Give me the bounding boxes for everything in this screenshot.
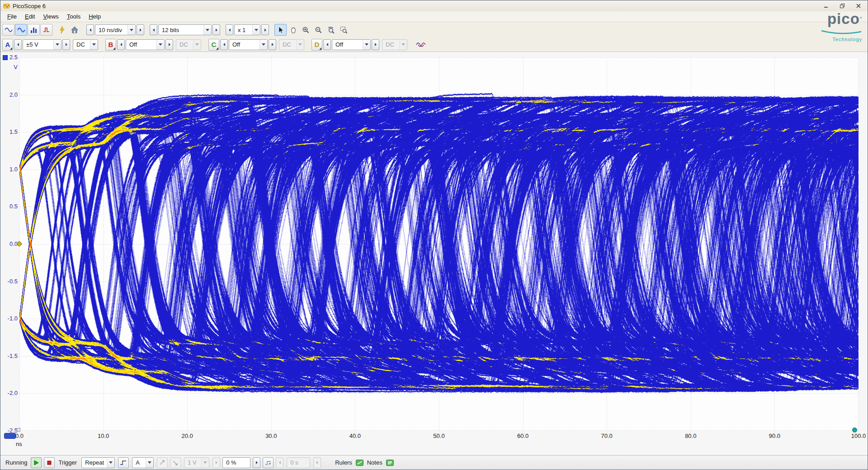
pretrigger-value: 0 % <box>226 459 236 466</box>
setup-group <box>56 24 81 36</box>
logo-swoosh <box>821 30 862 35</box>
channel-d-range-increase-button[interactable] <box>372 39 379 50</box>
x-tick-label: 30.0 <box>265 432 277 439</box>
channel-a-range-value: ±5 V <box>23 41 53 48</box>
channel-b-range-increase-button[interactable] <box>165 39 173 50</box>
zoom-select[interactable]: x 1 <box>234 24 260 35</box>
channel-d-range-select[interactable]: Off <box>332 39 371 50</box>
chevron-down-icon <box>53 40 61 50</box>
menu-edit[interactable]: Edit <box>21 12 39 21</box>
right-arrow-icon <box>139 28 142 32</box>
menu-views[interactable]: Views <box>39 12 62 21</box>
zoom-decrease-button[interactable] <box>226 24 233 35</box>
falling-edge-icon <box>172 460 179 466</box>
undo-zoom-button[interactable] <box>325 24 337 36</box>
start-button[interactable] <box>31 457 42 468</box>
spectrum-mode-button[interactable] <box>28 24 40 36</box>
math-waves-icon <box>416 41 426 48</box>
zoom-out-button[interactable] <box>312 24 325 36</box>
channel-b-button[interactable]: B <box>105 39 116 51</box>
channel-a-axis-badge[interactable] <box>3 55 8 60</box>
x-axis-unit: ns <box>16 441 22 447</box>
lightning-icon <box>58 26 66 34</box>
channel-b-range-select[interactable]: Off <box>126 39 165 50</box>
trigger-level-value: 1 V <box>184 459 201 466</box>
channel-c-coupling-select: DC <box>279 39 304 50</box>
channel-c-range-select[interactable]: Off <box>229 39 268 50</box>
timebase-select[interactable]: 10 ns/div <box>95 24 136 35</box>
channel-c-button[interactable]: C <box>208 39 219 51</box>
pointer-tools-group <box>274 24 350 36</box>
channel-c-range-increase-button[interactable] <box>269 39 276 50</box>
channel-b-range-decrease-button[interactable] <box>117 39 125 50</box>
scope-mode-button[interactable] <box>2 24 14 36</box>
close-icon <box>856 3 861 9</box>
zoom-increase-button[interactable] <box>261 24 269 35</box>
rising-edge-button <box>157 457 168 468</box>
stop-button[interactable] <box>44 457 55 468</box>
rulers-label: Rulers <box>335 459 352 466</box>
trigger-delay-input: 0 s <box>287 457 310 468</box>
x-tick-label: 10.0 <box>98 432 109 439</box>
timebase-decrease-button[interactable] <box>86 24 94 35</box>
restore-icon <box>840 3 845 9</box>
channel-a-range-increase-button[interactable] <box>62 39 70 50</box>
view-mode-group <box>2 24 53 36</box>
channel-a-coupling-select[interactable]: DC <box>73 39 98 50</box>
channel-a-button[interactable]: A <box>2 39 13 51</box>
restore-button[interactable] <box>834 1 850 10</box>
delay-increase-button <box>313 457 321 468</box>
y-tick-label: 0.0 <box>0 240 18 247</box>
hand-tool-button[interactable] <box>287 24 299 36</box>
channel-c-range-decrease-button[interactable] <box>220 39 228 50</box>
left-arrow-icon <box>152 28 156 32</box>
menu-tools[interactable]: Tools <box>63 12 85 21</box>
normal-pointer-button[interactable] <box>274 24 287 36</box>
left-arrow-icon <box>278 461 282 465</box>
menu-file[interactable]: File <box>3 12 21 21</box>
advanced-trigger-button[interactable] <box>118 457 129 468</box>
channel-d-button[interactable]: D <box>311 39 322 51</box>
picoscope-window: PicoScope 6 File Edit Views Tools Help 1 <box>0 0 868 470</box>
logo-text: pico <box>827 10 860 27</box>
chevron-down-icon <box>107 458 114 468</box>
marquee-zoom-button[interactable] <box>338 24 350 36</box>
pretrigger-input[interactable]: 0 % <box>222 457 250 468</box>
notes-label: Notes <box>367 459 382 466</box>
trigger-reference-button[interactable] <box>263 457 274 468</box>
chevron-down-icon <box>201 458 209 468</box>
axis-offset-badge[interactable] <box>4 433 16 439</box>
auto-setup-button[interactable] <box>56 24 68 36</box>
notes-icon[interactable] <box>386 460 394 466</box>
minimize-button[interactable] <box>818 1 834 10</box>
probe-button[interactable] <box>40 24 52 36</box>
rulers-icon[interactable] <box>356 460 363 466</box>
chevron-down-icon <box>127 25 135 35</box>
window-title: PicoScope 6 <box>13 3 46 9</box>
channel-a-range-decrease-button[interactable] <box>14 39 22 50</box>
home-button[interactable] <box>68 24 80 36</box>
channel-a-range-select[interactable]: ±5 V <box>23 39 61 50</box>
eye-diagram-canvas[interactable] <box>19 57 859 431</box>
math-channels-button[interactable] <box>415 39 427 51</box>
trigger-mode-select[interactable]: Repeat <box>81 457 115 468</box>
channel-b-options-icon <box>113 47 115 50</box>
close-button[interactable] <box>850 1 867 10</box>
hand-icon <box>289 26 297 34</box>
trigger-level-spin-button <box>212 457 220 468</box>
zoom-in-button[interactable] <box>300 24 312 36</box>
menu-help[interactable]: Help <box>85 12 105 21</box>
resolution-select[interactable]: 12 bits <box>158 24 212 35</box>
timebase-increase-button[interactable] <box>137 24 144 35</box>
timebase-value: 10 ns/div <box>95 27 127 33</box>
scope-display[interactable]: 2.52.01.51.00.50.0-0.5-1.0-1.5-2.0-2.5 V… <box>0 52 868 455</box>
channel-b-group: B Off DC <box>105 39 202 51</box>
pretrigger-spin-button[interactable] <box>253 457 260 468</box>
trigger-source-select[interactable]: A <box>132 457 154 468</box>
channel-d-range-decrease-button[interactable] <box>323 39 331 50</box>
resolution-decrease-button[interactable] <box>150 24 157 35</box>
resolution-increase-button[interactable] <box>212 24 220 35</box>
persistence-mode-button[interactable] <box>15 24 27 36</box>
channel-d-coupling-value: DC <box>382 41 399 48</box>
titlebar[interactable]: PicoScope 6 <box>0 0 868 11</box>
